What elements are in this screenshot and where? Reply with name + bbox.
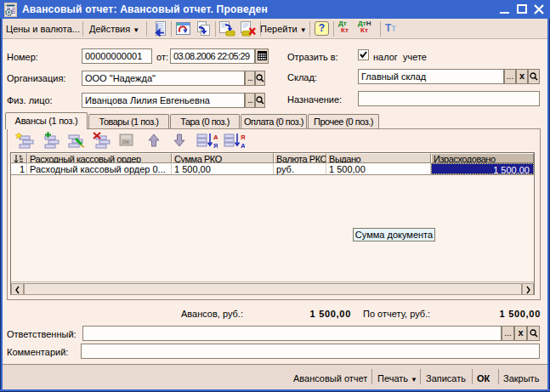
svg-text:ОК: ОК [122, 139, 130, 145]
svg-text:Я: Я [213, 142, 218, 149]
svg-text:Я: Я [241, 134, 245, 141]
svg-text:А: А [213, 134, 218, 141]
svg-text:А: А [241, 142, 245, 149]
